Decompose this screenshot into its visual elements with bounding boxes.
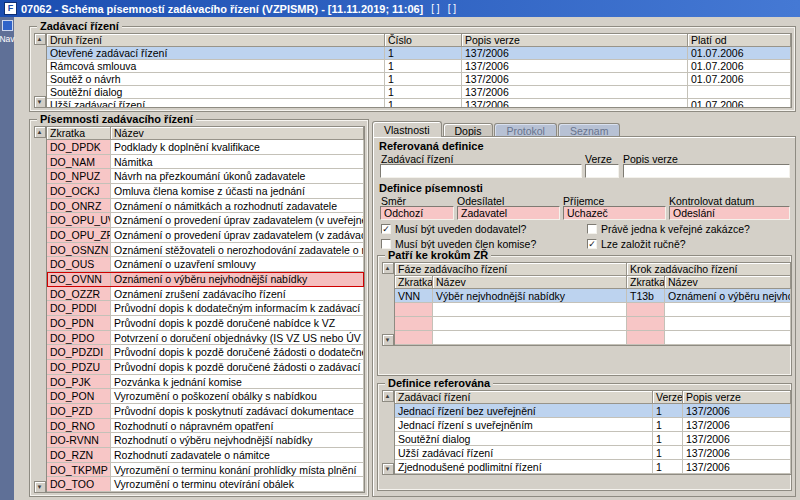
krok-row[interactable]: VNN Výběr nejvhodnější nabídky T13b Ozná… (395, 289, 791, 303)
scroll-up-button[interactable]: ▲ (34, 33, 46, 45)
pisemnost-row[interactable]: DO_NAM Námitka (47, 155, 364, 170)
refdef-row[interactable]: Jednací řízení s uveřejněním 1 137/2006 (395, 418, 791, 432)
cell-zadavaci-rizeni: Užší zadávací řízení (395, 446, 653, 460)
input-popis-verze[interactable] (623, 164, 790, 178)
pisemnost-row[interactable]: DO_OPU_ZPD Oznámení o provedení úprav za… (47, 228, 364, 243)
cell-zadavaci-rizeni: Jednací řízení bez uveřejnění (395, 404, 653, 418)
scroll-down-button[interactable]: ▼ (34, 96, 46, 108)
checkbox-item[interactable]: Právě jedna k veřejné zakázce? (587, 221, 787, 236)
checkbox-item[interactable]: Lze založit ručně? (587, 236, 787, 251)
scroll-up-button[interactable]: ▲ (382, 262, 394, 274)
pisemnost-row[interactable]: DO_PDN Průvodní dopis k pozdě doručené n… (47, 316, 364, 331)
refdef-row[interactable]: Jednací řízení bez uveřejnění 1 137/2006 (395, 404, 791, 418)
pisemnost-row[interactable]: DO_OVNN Oznámení o výběru nejvhodnější n… (47, 272, 364, 287)
scroll-down-button[interactable]: ▼ (382, 334, 394, 346)
cell-nazev: Námitka (111, 155, 364, 170)
tab[interactable]: Protokol (494, 123, 557, 137)
pisemnost-row[interactable]: DO_OZZR Oznámení zrušení zadávacího říze… (47, 287, 364, 302)
pisemnost-row[interactable]: DO_OCKJ Omluva člena komise z účasti na … (47, 184, 364, 199)
cell-krok-zkratka-empty (627, 303, 665, 317)
input-verze[interactable] (585, 164, 619, 178)
tab[interactable]: Vlastnosti (372, 121, 442, 137)
pisemnost-row[interactable]: DO_PDZDI Průvodní dopis k pozdě doručené… (47, 345, 364, 360)
cell-druh-rizeni: Otevřené zadávací řízení (47, 47, 385, 60)
cell-nazev: Rozhodnutí zadavatele o námitce (111, 448, 364, 463)
checkbox-group: Musí být uveden dodavatel? Právě jedna k… (381, 221, 787, 251)
checkbox-item[interactable]: Musí být uveden dodavatel? (381, 221, 587, 236)
scroll-down-button[interactable]: ▼ (34, 481, 46, 493)
cell-krok-nazev-empty (665, 331, 791, 345)
tab[interactable]: Dopis (443, 123, 494, 137)
field-prijemce[interactable]: Uchazeč (563, 206, 666, 220)
pisemnost-row[interactable]: DO_ONRZ Oznámení o námitkách a rozhodnut… (47, 199, 364, 214)
tab-label: Dopis (455, 125, 482, 137)
cell-verze: 1 (653, 404, 683, 418)
cell-zadavaci-rizeni: Jednací řízení s uveřejněním (395, 418, 653, 432)
kroky-table: ▲ ▼ Fáze zadávacího řízení Krok zadávací… (381, 262, 788, 346)
scroll-down-button[interactable]: ▼ (382, 463, 394, 475)
pisemnost-row[interactable]: DO_NPUZ Návrh na přezkoumání úkonů zadav… (47, 169, 364, 184)
cell-popis-verze: 137/2006 (683, 446, 791, 460)
column-header-verze: Verze (653, 391, 683, 404)
pisemnost-row[interactable]: DO_PZD Průvodní dopis k poskytnutí zadáv… (47, 404, 364, 419)
cell-nazev: Oznámení o uzavření smlouvy (111, 257, 364, 272)
pisemnost-row[interactable]: DO_OPU_UV Oznámení o provedení úprav zad… (47, 213, 364, 228)
cell-krok-nazev-empty (665, 317, 791, 331)
pisemnost-row[interactable]: DO_RNO Rozhodnutí o nápravném opatření (47, 419, 364, 434)
pisemnost-row[interactable]: DO_PJK Pozvánka k jednání komise (47, 375, 364, 390)
tab[interactable]: Seznam (558, 123, 621, 137)
scroll-up-button[interactable]: ▲ (382, 390, 394, 402)
column-header-krok-nazev: Název (665, 276, 791, 289)
cell-zkratka: DO_ONRZ (47, 199, 111, 214)
scroll-up-button[interactable]: ▲ (34, 126, 46, 138)
pisemnost-row[interactable]: DO_PDO Potvrzení o doručení objednávky (… (47, 331, 364, 346)
cell-nazev: Průvodní dopis k poskytnutí zadávací dok… (111, 404, 364, 419)
pisemnost-row[interactable]: DO_OUS Oznámení o uzavření smlouvy (47, 257, 364, 272)
nav-button[interactable]: Nav (0, 34, 15, 44)
kroky-header-row: Zkratka Název Zkratka Název (395, 276, 791, 289)
cell-nazev: Vyrozumění o terminu otevírání obálek (111, 477, 364, 492)
field-kontrolovat-datum[interactable]: Odeslání (669, 206, 790, 220)
pisemnost-row[interactable]: DO-RVNN Rozhodnutí o výběru nejvhodnější… (47, 433, 364, 448)
pisemnost-row[interactable]: DO_PDDI Průvodní dopis k dodatečným info… (47, 301, 364, 316)
cell-cislo: 1 (385, 73, 462, 86)
pisemnost-row[interactable]: DO_OSNZN Oznámení stěžovateli o nerozhod… (47, 243, 364, 258)
tab-label: Vlastnosti (384, 124, 430, 136)
cell-zkratka: DO_OVNN (47, 272, 111, 287)
pisemnost-row[interactable]: DO_DPDK Podklady k doplnění kvalifikace (47, 140, 364, 155)
refdef-row[interactable]: Soutěžní dialog 1 137/2006 (395, 432, 791, 446)
cell-plati-od: 01.07.2006 (688, 99, 791, 108)
cell-zadavaci-rizeni: Zjednodušené podlimitní řízení (395, 460, 653, 474)
pisemnosti-scroll-strip: ▲ ▼ (33, 126, 46, 493)
refdef-row[interactable]: Zjednodušené podlimitní řízení 1 137/200… (395, 460, 791, 474)
group-definice-referovana-title: Definice referována (385, 377, 493, 389)
zadavaci-row[interactable]: Soutěžní dialog 1 137/2006 (47, 86, 791, 99)
zadavaci-row[interactable]: Užší zadávací řízení 1 137/2006 01.07.20… (47, 99, 791, 108)
window-restore-button[interactable]: [ ] (431, 3, 439, 14)
pisemnost-row[interactable]: DO_RZN Rozhodnutí zadavatele o námitce (47, 448, 364, 463)
checkbox[interactable] (381, 224, 391, 234)
refdef-row[interactable]: Užší zadávací řízení 1 137/2006 (395, 446, 791, 460)
cell-zkratka: DO_TKPMP (47, 463, 111, 478)
zadavaci-row[interactable]: Otevřené zadávací řízení 1 137/2006 01.0… (47, 47, 791, 60)
field-smer[interactable]: Odchozí (380, 206, 454, 220)
pisemnost-row[interactable]: DO_PDZU Průvodní dopis k pozdě doručené … (47, 360, 364, 375)
pisemnost-row[interactable]: DO_TKPMP Vyrozumění o terminu konání pro… (47, 463, 364, 478)
cell-zkratka: DO_OPU_UV (47, 213, 111, 228)
pisemnost-row[interactable]: DO_PON Vyrozumění o poškození obálky s n… (47, 389, 364, 404)
checkbox[interactable] (381, 239, 391, 249)
zadavaci-header-row: Druh řízení Číslo Popis verze Platí od (47, 34, 791, 47)
field-odesilatel[interactable]: Zadavatel (457, 206, 560, 220)
pisemnost-row[interactable]: DO_TOO Vyrozumění o terminu otevírání ob… (47, 477, 364, 492)
cell-nazev: Oznámení o provedení úprav zadavatelem (… (111, 213, 364, 228)
checkbox[interactable] (587, 224, 597, 234)
checkbox[interactable] (587, 239, 597, 249)
input-zadavaci-rizeni[interactable] (380, 164, 582, 178)
tab-bar: Vlastnosti Dopis Protokol Seznam (372, 121, 796, 137)
cell-plati-od: 01.07.2006 (688, 60, 791, 73)
window-maximize-button[interactable]: [ ] (448, 3, 456, 14)
zadavaci-row[interactable]: Rámcová smlouva 1 137/2006 01.07.2006 (47, 60, 791, 73)
zadavaci-row[interactable]: Soutěž o návrh 1 137/2006 01.07.2006 (47, 73, 791, 86)
app-icon: F (4, 2, 17, 15)
cell-nazev: Oznámení o výběru nejvhodnější nabídky (111, 272, 364, 287)
